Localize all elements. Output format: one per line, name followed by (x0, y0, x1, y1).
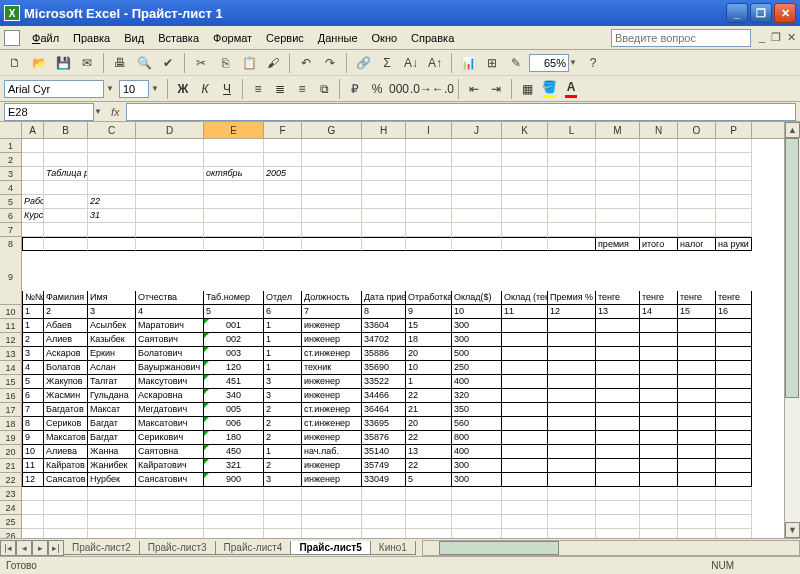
cell[interactable] (596, 431, 640, 445)
cell[interactable]: инженер (302, 319, 362, 333)
cell[interactable] (548, 139, 596, 153)
cell[interactable]: 350 (452, 403, 502, 417)
cell[interactable] (22, 501, 44, 515)
italic-button[interactable]: К (195, 79, 215, 99)
cell[interactable]: Багдат (88, 431, 136, 445)
cell[interactable] (548, 333, 596, 347)
cell[interactable]: 22 (406, 459, 452, 473)
cell[interactable]: 2 (264, 403, 302, 417)
menu-format[interactable]: Формат (207, 30, 258, 46)
cell[interactable]: налог (678, 237, 716, 251)
cell[interactable]: 33049 (362, 473, 406, 487)
cell[interactable] (716, 333, 752, 347)
cell[interactable] (548, 445, 596, 459)
cell[interactable] (548, 487, 596, 501)
cell[interactable]: 16 (716, 305, 752, 319)
horizontal-scrollbar[interactable] (422, 540, 800, 556)
cell[interactable]: 500 (452, 347, 502, 361)
tab-prev-icon[interactable]: ◂ (16, 540, 32, 556)
cell[interactable]: тенге (596, 291, 640, 305)
cell[interactable] (640, 389, 678, 403)
cell[interactable] (716, 319, 752, 333)
cell[interactable] (264, 223, 302, 237)
cell[interactable]: Оклад (тенге) (502, 291, 548, 305)
cell[interactable] (640, 209, 678, 223)
cell[interactable] (640, 153, 678, 167)
col-head-B[interactable]: B (44, 122, 88, 138)
cell[interactable]: 800 (452, 431, 502, 445)
cell[interactable]: Таблица расчета зарплаты за (44, 167, 88, 181)
cell[interactable] (596, 223, 640, 237)
cell[interactable]: 1 (264, 445, 302, 459)
row-head[interactable]: 9 (0, 250, 22, 305)
cell[interactable]: Курс (22, 209, 44, 223)
cell[interactable] (548, 319, 596, 333)
cell[interactable]: Мегдатович (136, 403, 204, 417)
cell[interactable]: 3 (22, 347, 44, 361)
maximize-button[interactable]: ❐ (750, 3, 772, 23)
cell[interactable] (204, 487, 264, 501)
cell[interactable]: 31 (88, 209, 136, 223)
cell[interactable]: 300 (452, 319, 502, 333)
cell[interactable] (640, 431, 678, 445)
cell[interactable] (678, 431, 716, 445)
cell[interactable] (678, 403, 716, 417)
cell[interactable]: Отчества (136, 291, 204, 305)
cell[interactable]: 005 (204, 403, 264, 417)
cell[interactable] (716, 487, 752, 501)
cell[interactable]: итого (640, 237, 678, 251)
copy-icon[interactable]: ⎘ (214, 52, 236, 74)
cell[interactable] (302, 487, 362, 501)
cell[interactable] (88, 181, 136, 195)
tab-sheet2[interactable]: Прайс-лист3 (139, 541, 216, 555)
cell[interactable] (44, 181, 88, 195)
cell[interactable]: 36464 (362, 403, 406, 417)
cell[interactable] (716, 431, 752, 445)
cell[interactable] (678, 515, 716, 529)
cell[interactable] (678, 417, 716, 431)
cell[interactable]: 13 (406, 445, 452, 459)
tab-last-icon[interactable]: ▸| (48, 540, 64, 556)
font-size-input[interactable] (119, 80, 149, 98)
menu-file[interactable]: Файл (26, 30, 65, 46)
tab-sheet4[interactable]: Прайс-лист5 (290, 541, 370, 555)
col-head-M[interactable]: M (596, 122, 640, 138)
cell[interactable] (678, 209, 716, 223)
cell[interactable] (302, 515, 362, 529)
cell[interactable]: 400 (452, 375, 502, 389)
cell[interactable]: 20 (406, 347, 452, 361)
cell[interactable] (406, 515, 452, 529)
sort-asc-icon[interactable]: A↓ (400, 52, 422, 74)
cell[interactable]: 450 (204, 445, 264, 459)
cell[interactable]: 1 (264, 333, 302, 347)
col-head-E[interactable]: E (204, 122, 264, 138)
cell[interactable] (264, 487, 302, 501)
cell[interactable]: Сериков (44, 417, 88, 431)
cell[interactable]: 250 (452, 361, 502, 375)
cell[interactable]: 10 (452, 305, 502, 319)
cell[interactable] (502, 473, 548, 487)
cell[interactable]: 33604 (362, 319, 406, 333)
cell[interactable] (502, 139, 548, 153)
col-head-D[interactable]: D (136, 122, 204, 138)
cell[interactable] (22, 153, 44, 167)
cell[interactable]: Максутович (136, 375, 204, 389)
cell[interactable]: 003 (204, 347, 264, 361)
cell[interactable]: 5 (406, 473, 452, 487)
col-head-O[interactable]: O (678, 122, 716, 138)
zoom-control[interactable]: ▼ (529, 54, 580, 72)
cell[interactable] (678, 181, 716, 195)
cell[interactable]: Болатович (136, 347, 204, 361)
cell[interactable]: 7 (22, 403, 44, 417)
cell[interactable]: 006 (204, 417, 264, 431)
cell[interactable] (88, 223, 136, 237)
align-left-icon[interactable]: ≡ (248, 79, 268, 99)
cell[interactable] (452, 487, 502, 501)
cell[interactable]: Гульдана (88, 389, 136, 403)
row-head[interactable]: 10 (0, 305, 22, 319)
cell[interactable] (678, 445, 716, 459)
cell[interactable] (548, 459, 596, 473)
cell[interactable] (44, 153, 88, 167)
cell[interactable] (678, 139, 716, 153)
cell[interactable]: 12 (22, 473, 44, 487)
